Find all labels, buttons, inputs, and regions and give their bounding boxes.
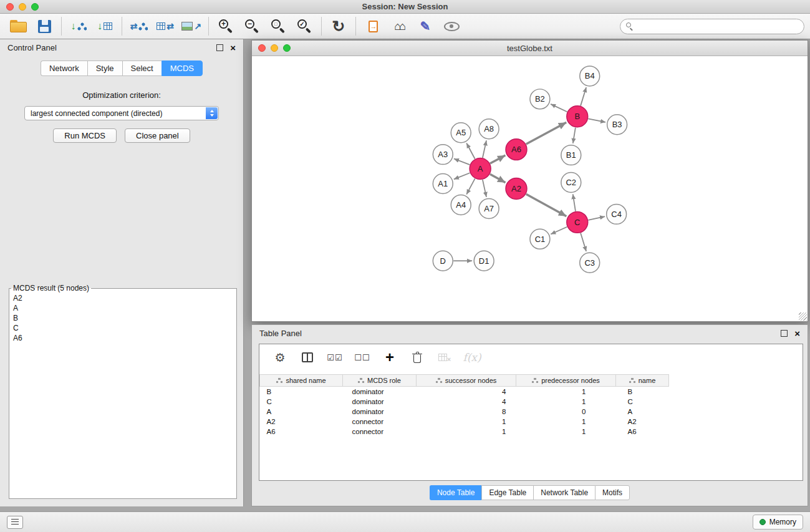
graph-node-C1[interactable]: C1 (530, 229, 550, 249)
export-table-icon[interactable]: ⇄ (152, 16, 178, 37)
graph-node-A1[interactable]: A1 (433, 174, 453, 194)
table-cell[interactable]: 1 (516, 397, 616, 407)
close-window-button[interactable] (6, 3, 14, 11)
graph-edge-B-B2[interactable] (551, 104, 567, 112)
memory-button[interactable]: Memory (753, 515, 803, 530)
criterion-dropdown[interactable]: largest connected component (directed) (24, 106, 219, 120)
table-cell[interactable]: A2 (616, 417, 669, 427)
table-cell[interactable]: 1 (516, 427, 616, 437)
graph-node-C4[interactable]: C4 (607, 204, 627, 224)
open-session-icon[interactable] (5, 16, 31, 37)
graph-node-B3[interactable]: B3 (607, 115, 627, 135)
maximize-network-window-button[interactable] (283, 44, 291, 52)
graph-node-C[interactable]: C (567, 211, 588, 233)
column-header-shared-name[interactable]: shared name (260, 375, 343, 387)
table-row[interactable]: A6connector11A6 (260, 427, 803, 437)
graph-node-B4[interactable]: B4 (580, 66, 600, 86)
table-cell[interactable]: dominator (343, 407, 417, 417)
graph-node-A7[interactable]: A7 (479, 198, 499, 218)
graph-node-D[interactable]: D (433, 251, 453, 271)
column-header-mcds-role[interactable]: MCDS role (343, 375, 417, 387)
graph-edge-A-A5[interactable] (466, 143, 475, 158)
graph-node-A6[interactable]: A6 (506, 139, 527, 160)
search-input[interactable] (638, 22, 798, 32)
graph-edge-B-B1[interactable] (573, 128, 576, 143)
tab-style[interactable]: Style (87, 60, 122, 76)
table-cell[interactable]: A6 (260, 427, 343, 437)
table-cell[interactable]: 4 (417, 387, 516, 397)
close-panel-icon[interactable]: × (230, 43, 236, 52)
tab-edge-table[interactable]: Edge Table (481, 485, 533, 500)
graph-edge-C-C1[interactable] (551, 227, 567, 235)
graph-node-A8[interactable]: A8 (479, 119, 499, 139)
table-cell[interactable]: B (260, 387, 343, 397)
deselect-all-icon[interactable]: ☐☐ (352, 347, 373, 367)
graph-edge-A-A8[interactable] (483, 140, 486, 158)
home-icon[interactable]: ⌂⌂ (386, 16, 412, 37)
refresh-layout-icon[interactable]: ↻ (325, 16, 352, 37)
search-box[interactable] (620, 19, 804, 34)
graph-node-A3[interactable]: A3 (433, 145, 453, 165)
zoom-fit-icon[interactable]: □ (265, 16, 291, 37)
graph-edge-A-A7[interactable] (483, 180, 486, 197)
save-session-icon[interactable] (31, 16, 57, 37)
table-row[interactable]: Adominator80A (260, 407, 803, 417)
table-cell[interactable]: 1 (417, 427, 516, 437)
graph-node-C3[interactable]: C3 (580, 253, 600, 273)
table-cell[interactable]: C (616, 397, 669, 407)
resize-grip[interactable] (799, 312, 807, 321)
table-cell[interactable]: dominator (343, 397, 417, 407)
float-table-panel-icon[interactable] (781, 330, 788, 337)
graph-edge-A-A4[interactable] (466, 178, 475, 194)
table-cell[interactable]: A6 (616, 427, 669, 437)
columns-icon[interactable] (297, 347, 318, 367)
table-cell[interactable]: A (260, 407, 343, 417)
graph-edge-C-C4[interactable] (588, 216, 605, 220)
export-network-icon[interactable]: ⇄ (126, 16, 152, 37)
table-cell[interactable]: 4 (417, 397, 516, 407)
dropdown-stepper-icon[interactable] (206, 107, 218, 119)
result-item[interactable]: C (13, 323, 233, 333)
table-cell[interactable]: connector (343, 417, 417, 427)
ui-settings-button[interactable] (7, 516, 23, 529)
graph-node-B1[interactable]: B1 (561, 145, 581, 165)
tab-select[interactable]: Select (122, 60, 162, 76)
maximize-window-button[interactable] (31, 3, 39, 11)
import-table-icon[interactable]: ↓ (92, 16, 118, 37)
close-table-panel-icon[interactable]: × (794, 329, 800, 338)
graph-node-A5[interactable]: A5 (451, 123, 471, 143)
graph-edge-B-B3[interactable] (588, 118, 605, 122)
tab-network-table[interactable]: Network Table (533, 485, 595, 500)
table-cell[interactable]: 8 (417, 407, 516, 417)
table-cell[interactable]: A2 (260, 417, 343, 427)
graph-edge-A-A3[interactable] (454, 158, 470, 165)
table-row[interactable]: A2connector11A2 (260, 417, 803, 427)
table-cell[interactable]: C (260, 397, 343, 407)
table-row[interactable]: Cdominator41C (260, 397, 803, 407)
graph-edge-A-A2[interactable] (490, 174, 506, 183)
graph-edge-A-A1[interactable] (454, 173, 470, 179)
graph-edge-A6-B[interactable] (526, 122, 566, 144)
tab-mcds[interactable]: MCDS (162, 60, 203, 76)
graph-edge-B-B4[interactable] (581, 87, 586, 106)
table-cell[interactable]: dominator (343, 387, 417, 397)
graph-edge-C-C3[interactable] (581, 233, 586, 252)
table-cell[interactable]: 1 (516, 387, 616, 397)
table-cell[interactable]: A (616, 407, 669, 417)
select-all-icon[interactable]: ☑☑ (324, 347, 345, 367)
graph-node-B2[interactable]: B2 (530, 89, 550, 109)
network-window-titlebar[interactable]: testGlobe.txt (252, 41, 808, 56)
zoom-selected-icon[interactable]: ✓ (291, 16, 317, 37)
column-header-successor-nodes[interactable]: successor nodes (417, 375, 516, 387)
tab-node-table[interactable]: Node Table (430, 485, 482, 500)
graph-node-D1[interactable]: D1 (474, 251, 494, 271)
network-canvas[interactable]: B4B2BB3A5A8A6B1A3AC2A1A2A4A7C4CC1C3DD1 (252, 56, 808, 321)
table-cell[interactable]: 0 (516, 407, 616, 417)
minimize-network-window-button[interactable] (271, 44, 278, 52)
result-item[interactable]: A6 (13, 333, 233, 343)
annotation-icon[interactable]: ✎ (412, 16, 438, 37)
import-network-icon[interactable]: ↓ (65, 16, 92, 37)
tab-network[interactable]: Network (41, 60, 87, 76)
column-header-name[interactable]: name (616, 375, 669, 387)
graph-edge-A2-C[interactable] (526, 194, 567, 216)
